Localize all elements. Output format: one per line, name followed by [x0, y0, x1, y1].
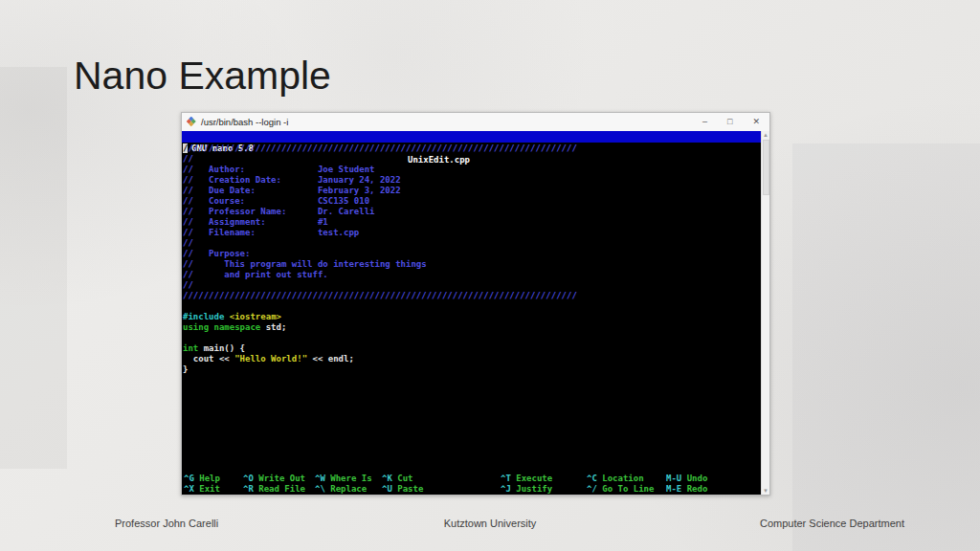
shortcut-item: ^/ Go To Line — [587, 484, 654, 494]
code-line: // This program will do interesting thin… — [183, 259, 761, 270]
maximize-icon[interactable]: □ — [727, 118, 732, 126]
nano-shortcut-bar: ^G Help^O Write Out^W Where Is^K Cut^T E… — [182, 474, 761, 495]
shortcut-item: ^G Help — [184, 474, 220, 483]
shortcut-item: M-E Redo — [666, 484, 707, 494]
background-art — [0, 67, 67, 469]
background-art — [792, 143, 980, 551]
shortcut-item: ^J Justify — [501, 484, 552, 494]
slide: Nano Example /usr/bin/bash --login -i – … — [0, 0, 980, 551]
scroll-down-icon[interactable]: ▼ — [763, 487, 768, 495]
terminal-scrollbar[interactable]: ▲ ▼ — [761, 131, 769, 495]
code-line: // Assignment: #1 — [183, 217, 761, 228]
shortcut-key: ^U — [382, 484, 392, 494]
code-line: int main() { — [183, 343, 761, 354]
shortcut-label: Cut — [392, 474, 413, 483]
shortcut-key: ^X — [184, 484, 194, 494]
code-line: // Creation Date: January 24, 2022 — [183, 175, 761, 186]
code-line: #include <iostream> — [183, 312, 761, 322]
shortcut-label: Location — [597, 474, 644, 483]
shortcut-key: ^/ — [587, 484, 597, 494]
shortcut-label: Replace — [325, 484, 367, 494]
terminal-content[interactable]: GNU nano 5.8 UnixEdit.cpp //////////////… — [182, 131, 761, 495]
shortcut-label: Undo — [681, 474, 707, 483]
code-line — [183, 333, 761, 343]
shortcut-row1: ^G Help^O Write Out^W Where Is^K Cut^T E… — [182, 474, 761, 484]
shortcut-item: ^R Read File — [243, 484, 305, 494]
window-controls: – □ ✕ — [702, 118, 769, 126]
shortcut-label: Where Is — [325, 474, 372, 483]
shortcut-label: Write Out — [254, 474, 305, 483]
shortcut-key: ^O — [243, 474, 254, 483]
shortcut-item: ^K Cut — [382, 474, 413, 483]
footer-department: Computer Science Department — [760, 518, 904, 529]
shortcut-key: M-U — [666, 474, 681, 483]
shortcut-label: Go To Line — [597, 484, 655, 494]
shortcut-item: ^O Write Out — [243, 474, 305, 483]
code-line: // Filename: test.cpp — [183, 228, 761, 238]
shortcut-key: ^\ — [315, 484, 325, 494]
code-area[interactable]: ////////////////////////////////////////… — [182, 143, 761, 474]
shortcut-item: M-U Undo — [666, 474, 707, 483]
shortcut-key: M-E — [666, 484, 681, 494]
code-line: // Due Date: February 3, 2022 — [183, 186, 761, 196]
code-line: } — [183, 364, 761, 375]
shortcut-key: ^G — [184, 474, 194, 483]
terminal-titlebar[interactable]: /usr/bin/bash --login -i – □ ✕ — [182, 113, 769, 131]
shortcut-key: ^T — [501, 474, 511, 483]
code-line: // Author: Joe Student — [183, 165, 761, 175]
shortcut-row2: ^X Exit^R Read File^\ Replace^U Paste^J … — [182, 484, 761, 495]
shortcut-item: ^W Where Is — [315, 474, 372, 483]
code-line: cout << "Hello World!" << endl; — [183, 354, 761, 364]
shortcut-label: Justify — [511, 484, 552, 494]
code-line: // — [183, 280, 761, 291]
shortcut-item: ^\ Replace — [315, 484, 367, 494]
code-line: // — [183, 238, 761, 249]
code-line: ////////////////////////////////////////… — [183, 291, 761, 301]
terminal-title: /usr/bin/bash --login -i — [201, 117, 288, 127]
bash-icon — [187, 117, 197, 127]
code-line: using namespace std; — [183, 322, 761, 333]
shortcut-label: Help — [194, 474, 220, 483]
page-title: Nano Example — [74, 54, 331, 99]
shortcut-key: ^R — [243, 484, 254, 494]
scroll-up-icon[interactable]: ▲ — [763, 131, 768, 139]
shortcut-key: ^W — [315, 474, 325, 483]
terminal-body: GNU nano 5.8 UnixEdit.cpp //////////////… — [182, 131, 769, 495]
shortcut-label: Paste — [392, 484, 424, 494]
shortcut-item: ^U Paste — [382, 484, 423, 494]
shortcut-key: ^C — [587, 474, 597, 483]
code-line: ////////////////////////////////////////… — [183, 143, 761, 154]
shortcut-label: Read File — [254, 484, 305, 494]
shortcut-label: Redo — [681, 484, 707, 494]
code-line — [183, 301, 761, 312]
nano-title-bar: GNU nano 5.8 UnixEdit.cpp — [182, 131, 761, 143]
shortcut-key: ^J — [501, 484, 511, 494]
shortcut-label: Exit — [194, 484, 220, 494]
terminal-window: /usr/bin/bash --login -i – □ ✕ GNU nano … — [181, 112, 770, 496]
code-line: // — [183, 154, 761, 165]
code-line: // Professor Name: Dr. Carelli — [183, 207, 761, 217]
slide-footer: Professor John Carelli Kutztown Universi… — [0, 518, 980, 533]
shortcut-item: ^T Execute — [501, 474, 552, 483]
code-line: // Purpose: — [183, 249, 761, 259]
close-icon[interactable]: ✕ — [752, 118, 760, 126]
scrollbar-thumb[interactable] — [763, 140, 769, 195]
code-line: // Course: CSC135 010 — [183, 196, 761, 207]
code-line: // and print out stuff. — [183, 270, 761, 280]
shortcut-key: ^K — [382, 474, 392, 483]
shortcut-label: Execute — [511, 474, 552, 483]
minimize-icon[interactable]: – — [702, 118, 707, 126]
shortcut-item: ^X Exit — [184, 484, 220, 494]
shortcut-item: ^C Location — [587, 474, 644, 483]
